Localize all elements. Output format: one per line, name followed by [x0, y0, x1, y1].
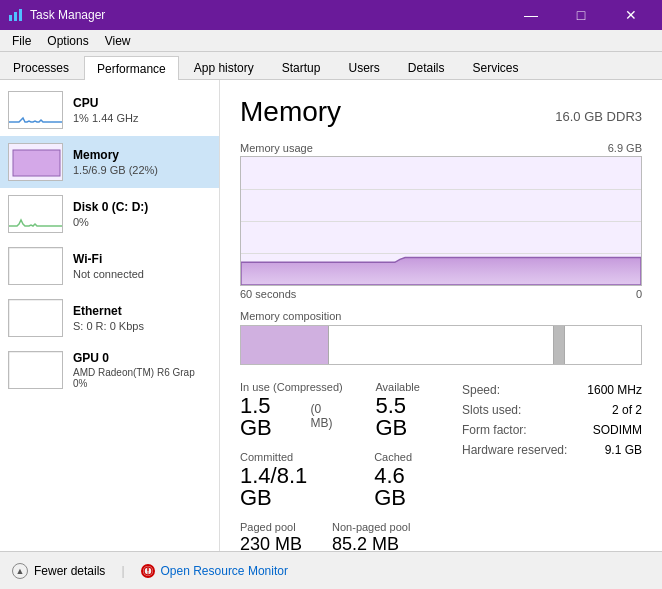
sidebar-item-disk[interactable]: Disk 0 (C: D:) 0%: [0, 188, 219, 240]
svg-rect-7: [9, 248, 63, 285]
gpu-sub: AMD Radeon(TM) R6 Grap0%: [73, 367, 211, 389]
svg-rect-0: [9, 15, 12, 21]
gpu-info: GPU 0 AMD Radeon(TM) R6 Grap0%: [73, 351, 211, 389]
tab-app-history[interactable]: App history: [181, 55, 267, 79]
svg-rect-3: [9, 92, 63, 129]
cpu-sub: 1% 1.44 GHz: [73, 112, 211, 124]
composition-section: Memory composition: [240, 310, 642, 365]
svg-rect-9: [9, 352, 63, 389]
footer-separator: |: [121, 564, 124, 578]
usage-chart-section: Memory usage 6.9 GB: [240, 142, 642, 300]
stats-hwreserved-row: Hardware reserved: 9.1 GB: [462, 443, 642, 457]
stat-committed: Committed 1.4/8.1 GB: [240, 451, 344, 509]
disk-info: Disk 0 (C: D:) 0%: [73, 200, 211, 228]
stat-non-paged-label: Non-paged pool: [332, 521, 410, 533]
memory-title: Memory: [73, 148, 211, 162]
sidebar-item-cpu[interactable]: CPU 1% 1.44 GHz: [0, 84, 219, 136]
stats-speed-row: Speed: 1600 MHz: [462, 383, 642, 397]
gpu-thumbnail: [8, 351, 63, 389]
stats-section: In use (Compressed) 1.5 GB (0 MB) Availa…: [240, 381, 642, 551]
tab-performance[interactable]: Performance: [84, 56, 179, 80]
usage-chart-svg: [241, 157, 641, 285]
svg-rect-2: [19, 9, 22, 21]
stat-cached: Cached 4.6 GB: [374, 451, 442, 509]
stats-speed-value: 1600 MHz: [587, 383, 642, 397]
stats-form-row: Form factor: SODIMM: [462, 423, 642, 437]
open-monitor-container: Open Resource Monitor: [141, 564, 288, 578]
fewer-details-label: Fewer details: [34, 564, 105, 578]
stat-available-value: 5.5 GB: [375, 395, 442, 439]
svg-point-13: [147, 572, 149, 574]
stats-form-value: SODIMM: [593, 423, 642, 437]
sidebar: CPU 1% 1.44 GHz Memory 1.5/6.9 GB (22%): [0, 80, 220, 551]
stats-slots-label: Slots used:: [462, 403, 521, 417]
stats-row-3: Paged pool 230 MB Non-paged pool 85.2 MB: [240, 521, 442, 551]
title-bar: Task Manager — □ ✕: [0, 0, 662, 30]
stat-available-label: Available: [375, 381, 442, 393]
stats-hwreserved-label: Hardware reserved:: [462, 443, 567, 457]
detail-subtitle: 16.0 GB DDR3: [555, 109, 642, 124]
usage-chart: [240, 156, 642, 286]
wifi-title: Wi-Fi: [73, 252, 211, 266]
tab-startup[interactable]: Startup: [269, 55, 334, 79]
minimize-button[interactable]: —: [508, 0, 554, 30]
cpu-title: CPU: [73, 96, 211, 110]
stat-paged: Paged pool 230 MB: [240, 521, 302, 551]
menu-options[interactable]: Options: [39, 32, 96, 50]
svg-rect-1: [14, 12, 17, 21]
stats-row-2: Committed 1.4/8.1 GB Cached 4.6 GB: [240, 451, 442, 509]
menu-view[interactable]: View: [97, 32, 139, 50]
disk-title: Disk 0 (C: D:): [73, 200, 211, 214]
tab-processes[interactable]: Processes: [0, 55, 82, 79]
wifi-thumbnail: [8, 247, 63, 285]
open-monitor-link[interactable]: Open Resource Monitor: [161, 564, 288, 578]
title-bar-left: Task Manager: [8, 7, 105, 23]
stat-cached-value: 4.6 GB: [374, 465, 442, 509]
stat-committed-value: 1.4/8.1 GB: [240, 465, 344, 509]
menu-file[interactable]: File: [4, 32, 39, 50]
sidebar-item-memory[interactable]: Memory 1.5/6.9 GB (22%): [0, 136, 219, 188]
chevron-up-icon: ▲: [12, 563, 28, 579]
stat-in-use-label: In use (Compressed): [240, 381, 345, 393]
tab-services[interactable]: Services: [460, 55, 532, 79]
fewer-details-button[interactable]: ▲ Fewer details: [12, 563, 105, 579]
comp-hw-reserved: [553, 326, 565, 364]
comp-in-use: [241, 326, 329, 364]
sidebar-item-wifi[interactable]: Wi-Fi Not connected: [0, 240, 219, 292]
ethernet-thumbnail: [8, 299, 63, 337]
memory-thumbnail: [8, 143, 63, 181]
main-content: CPU 1% 1.44 GHz Memory 1.5/6.9 GB (22%): [0, 80, 662, 551]
stat-cached-label: Cached: [374, 451, 442, 463]
cpu-info: CPU 1% 1.44 GHz: [73, 96, 211, 124]
chart-time-left: 60 seconds: [240, 288, 296, 300]
stat-non-paged-value: 85.2 MB: [332, 535, 410, 551]
ethernet-sub: S: 0 R: 0 Kbps: [73, 320, 211, 332]
close-button[interactable]: ✕: [608, 0, 654, 30]
svg-rect-6: [9, 196, 63, 233]
comp-cached: [565, 326, 641, 364]
detail-title: Memory: [240, 96, 341, 128]
maximize-button[interactable]: □: [558, 0, 604, 30]
stat-committed-label: Committed: [240, 451, 344, 463]
app-icon: [8, 7, 24, 23]
stat-non-paged: Non-paged pool 85.2 MB: [332, 521, 410, 551]
stats-speed-label: Speed:: [462, 383, 500, 397]
stats-slots-row: Slots used: 2 of 2: [462, 403, 642, 417]
ethernet-info: Ethernet S: 0 R: 0 Kbps: [73, 304, 211, 332]
stats-right: Speed: 1600 MHz Slots used: 2 of 2 Form …: [462, 381, 642, 551]
tab-details[interactable]: Details: [395, 55, 458, 79]
detail-header: Memory 16.0 GB DDR3: [240, 96, 642, 128]
stat-paged-value: 230 MB: [240, 535, 302, 551]
gpu-title: GPU 0: [73, 351, 211, 365]
tab-users[interactable]: Users: [335, 55, 392, 79]
tab-bar: Processes Performance App history Startu…: [0, 52, 662, 80]
stats-row-1: In use (Compressed) 1.5 GB (0 MB) Availa…: [240, 381, 442, 439]
sidebar-item-gpu[interactable]: GPU 0 AMD Radeon(TM) R6 Grap0%: [0, 344, 219, 396]
chart-label-row: Memory usage 6.9 GB: [240, 142, 642, 154]
stats-left: In use (Compressed) 1.5 GB (0 MB) Availa…: [240, 381, 442, 551]
stats-hwreserved-value: 9.1 GB: [605, 443, 642, 457]
stat-paged-label: Paged pool: [240, 521, 302, 533]
sidebar-item-ethernet[interactable]: Ethernet S: 0 R: 0 Kbps: [0, 292, 219, 344]
stat-in-use: In use (Compressed) 1.5 GB (0 MB): [240, 381, 345, 439]
svg-marker-10: [241, 257, 641, 285]
